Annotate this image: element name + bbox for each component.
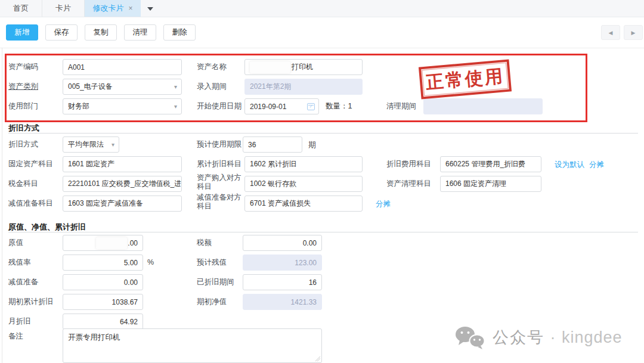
asset-cleanup-account-field[interactable]: 1606 固定资产清理	[440, 176, 541, 192]
expected-residual-value: 123.00	[295, 259, 317, 267]
watermark-separator: ·	[550, 328, 556, 346]
depr-expense-account-field[interactable]: 660225 管理费用_折旧费	[440, 156, 541, 172]
opening-net-value-value: 1421.33	[291, 298, 317, 306]
purchase-counter-account-field[interactable]: 1002 银行存款	[244, 176, 363, 192]
depr-expense-account-value: 660225 管理费用_折旧费	[445, 159, 525, 169]
opening-accum-depr-field[interactable]: 1038.67	[63, 294, 143, 310]
entry-period-field: 2021年第2期	[244, 79, 363, 95]
purchase-counter-account-value: 1002 银行存款	[250, 179, 296, 189]
tab-bar: 首页 卡片 修改卡片 ×	[0, 0, 644, 17]
delete-button-label: 删除	[172, 27, 187, 38]
asset-cleanup-account-label: 资产清理科目	[386, 179, 431, 188]
remarks-value: 开票专用打印机	[68, 333, 120, 342]
depreciated-periods-value: 16	[309, 278, 317, 287]
start-use-date-label: 开始使用日期	[197, 102, 242, 111]
start-use-date-value: 2019-09-01	[250, 103, 286, 111]
asset-category-value: 005_电子设备	[68, 82, 113, 92]
allocate-link[interactable]: 分摊	[376, 199, 391, 209]
accum-depr-account-label: 累计折旧科目	[197, 160, 242, 169]
purchase-counter-account-label: 资产购入对方科目	[197, 173, 244, 191]
tax-amount-value: 0.00	[303, 239, 317, 247]
wechat-icon	[454, 325, 485, 349]
watermark: 公众号 · kingdee	[454, 325, 623, 349]
section-divider	[8, 133, 638, 134]
remarks-textarea[interactable]: 开票专用打印机	[63, 328, 322, 363]
redaction-blur	[250, 61, 290, 73]
save-button[interactable]: 保存	[45, 24, 78, 41]
entry-period-label: 录入期间	[197, 82, 227, 91]
tax-amount-field[interactable]: 0.00	[243, 235, 322, 251]
copy-button-label: 复制	[94, 27, 109, 38]
impairment-counter-account-label: 减值准备对方科目	[197, 193, 244, 211]
tab-modify-card-label: 修改卡片	[92, 3, 123, 14]
save-button-label: 保存	[54, 27, 69, 38]
use-department-value: 财务部	[68, 101, 89, 111]
watermark-brand: kingdee	[562, 328, 623, 346]
add-button[interactable]: 新增	[6, 24, 38, 41]
cleanup-button[interactable]: 清理	[124, 24, 156, 41]
section-title-depreciation: 折旧方式	[8, 123, 39, 134]
cleanup-button-label: 清理	[133, 27, 148, 38]
tax-account-value: 22210101 应交税费_应交增值税_进项	[68, 179, 182, 189]
asset-category-select[interactable]: 005_电子设备 ▾	[63, 79, 182, 95]
original-value-field[interactable]: .00	[63, 235, 143, 251]
depr-method-value: 平均年限法	[68, 139, 104, 150]
impairment-field[interactable]: 0.00	[63, 274, 143, 290]
tab-home[interactable]: 首页	[0, 0, 42, 17]
opening-accum-depr-label: 期初累计折旧	[8, 297, 53, 306]
entry-period-value: 2021年第2期	[250, 82, 291, 92]
asset-name-value: 打印机	[292, 62, 313, 72]
start-use-date-field[interactable]: 2019-09-01	[244, 98, 319, 114]
asset-name-field[interactable]: 打印机	[244, 59, 363, 75]
expected-periods-field[interactable]: 36	[243, 136, 302, 153]
quantity-text: 数量：1	[326, 102, 352, 111]
copy-button[interactable]: 复制	[85, 24, 117, 41]
original-value-value: .00	[128, 239, 138, 247]
opening-net-value-field: 1421.33	[243, 294, 322, 310]
residual-rate-label: 残值率	[8, 258, 31, 267]
accum-depr-account-field[interactable]: 1602 累计折旧	[244, 156, 363, 172]
watermark-channel: 公众号	[493, 328, 544, 346]
accum-depr-account-value: 1602 累计折旧	[250, 159, 296, 169]
expected-periods-value: 36	[248, 141, 256, 149]
stamp-text: 正常使用	[425, 64, 505, 95]
depr-method-select[interactable]: 平均年限法 ▾	[63, 136, 119, 153]
normal-use-stamp: 正常使用	[419, 59, 512, 99]
asset-code-field[interactable]: A001	[63, 59, 182, 75]
toolbar-divider	[0, 48, 644, 48]
monthly-depr-field[interactable]: 64.92	[63, 314, 143, 330]
original-value-label: 原值	[8, 238, 23, 247]
impairment-account-field[interactable]: 1603 固定资产减值准备	[63, 196, 182, 212]
tab-modify-card[interactable]: 修改卡片 ×	[85, 0, 141, 17]
tax-amount-label: 税额	[197, 238, 212, 247]
impairment-value: 0.00	[124, 278, 138, 287]
allocate-link[interactable]: 分摊	[589, 160, 604, 170]
opening-accum-depr-value: 1038.67	[112, 298, 138, 306]
asset-code-value: A001	[68, 63, 85, 72]
add-button-label: 新增	[15, 27, 30, 38]
use-department-select[interactable]: 财务部 ▾	[63, 98, 182, 114]
prev-record-button[interactable]: ◀	[601, 25, 620, 40]
depreciated-periods-field[interactable]: 16	[243, 274, 322, 290]
use-department-label: 使用部门	[8, 102, 38, 111]
expected-periods-label: 预计使用期限	[197, 140, 242, 149]
residual-rate-unit: %	[147, 258, 154, 266]
close-icon[interactable]: ×	[128, 5, 132, 12]
chevron-down-icon[interactable]	[147, 7, 153, 11]
watermark-text: 公众号 · kingdee	[493, 327, 623, 348]
next-record-button[interactable]: ▶	[624, 25, 643, 40]
opening-net-value-label: 期初净值	[197, 297, 227, 306]
tab-card[interactable]: 卡片	[42, 0, 85, 17]
delete-button[interactable]: 删除	[163, 24, 196, 41]
impairment-counter-account-field[interactable]: 6701 资产减值损失	[244, 196, 363, 212]
residual-rate-field[interactable]: 5.00	[63, 255, 143, 271]
expected-residual-field: 123.00	[243, 255, 322, 271]
arrow-left-icon: ◀	[609, 30, 613, 36]
redaction-blur	[96, 237, 127, 249]
depr-method-label: 折旧方式	[8, 140, 38, 149]
calendar-icon[interactable]	[307, 103, 315, 110]
fixed-asset-account-field[interactable]: 1601 固定资产	[63, 156, 182, 172]
monthly-depr-value: 64.92	[120, 318, 138, 326]
set-default-link[interactable]: 设为默认	[555, 160, 584, 170]
tax-account-field[interactable]: 22210101 应交税费_应交增值税_进项	[63, 176, 182, 192]
